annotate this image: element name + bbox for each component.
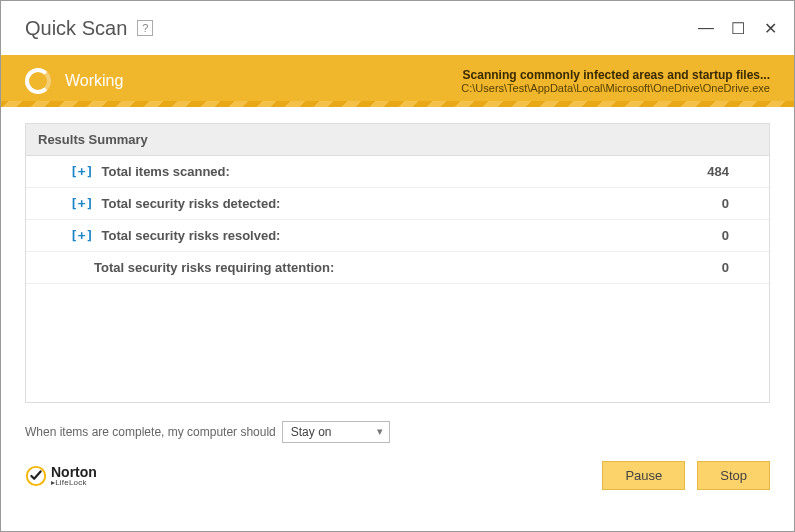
brand-text: Norton ▸LifeLock xyxy=(51,465,97,487)
content-area: Results Summary [+] Total items scanned:… xyxy=(1,107,794,411)
window-title: Quick Scan xyxy=(25,17,127,40)
summary-label: Total items scanned: xyxy=(101,164,229,179)
stop-button[interactable]: Stop xyxy=(697,461,770,490)
summary-row-risks-resolved: [+] Total security risks resolved: 0 xyxy=(26,220,769,252)
spinner-icon xyxy=(25,68,51,94)
close-button[interactable]: ✕ xyxy=(760,19,780,38)
summary-row-items-scanned: [+] Total items scanned: 484 xyxy=(26,156,769,188)
brand-logo: Norton ▸LifeLock xyxy=(25,465,97,487)
summary-label: Total security risks detected: xyxy=(101,196,280,211)
summary-row-risks-detected: [+] Total security risks detected: 0 xyxy=(26,188,769,220)
norton-check-icon xyxy=(25,465,47,487)
summary-value: 484 xyxy=(707,164,729,179)
footer: Norton ▸LifeLock Pause Stop xyxy=(1,453,794,504)
brand-name: Norton xyxy=(51,465,97,479)
pause-button[interactable]: Pause xyxy=(602,461,685,490)
completion-setting: When items are complete, my computer sho… xyxy=(1,411,794,453)
summary-value: 0 xyxy=(722,260,729,275)
brand-subtitle: ▸LifeLock xyxy=(51,479,97,487)
summary-value: 0 xyxy=(722,228,729,243)
expand-toggle[interactable]: [+] xyxy=(70,228,93,243)
status-label: Working xyxy=(65,72,123,90)
summary-value: 0 xyxy=(722,196,729,211)
completion-dropdown[interactable]: Stay on xyxy=(282,421,390,443)
maximize-button[interactable]: ☐ xyxy=(728,19,748,38)
summary-label: Total security risks resolved: xyxy=(101,228,280,243)
completion-label: When items are complete, my computer sho… xyxy=(25,425,276,439)
status-headline: Scanning commonly infected areas and sta… xyxy=(461,68,770,82)
window-controls: — ☐ ✕ xyxy=(696,19,780,38)
status-detail: Scanning commonly infected areas and sta… xyxy=(461,68,770,94)
results-summary: Results Summary [+] Total items scanned:… xyxy=(25,123,770,403)
minimize-button[interactable]: — xyxy=(696,19,716,37)
titlebar: Quick Scan ? — ☐ ✕ xyxy=(1,1,794,55)
window-title-wrap: Quick Scan ? xyxy=(25,17,153,40)
footer-buttons: Pause Stop xyxy=(602,461,770,490)
summary-label: Total security risks requiring attention… xyxy=(94,260,334,275)
status-current-path: C:\Users\Test\AppData\Local\Microsoft\On… xyxy=(461,82,770,94)
expand-toggle[interactable]: [+] xyxy=(70,164,93,179)
results-summary-header: Results Summary xyxy=(26,124,769,156)
help-icon[interactable]: ? xyxy=(137,20,153,36)
summary-row-risks-attention: Total security risks requiring attention… xyxy=(26,252,769,284)
expand-toggle[interactable]: [+] xyxy=(70,196,93,211)
status-bar: Working Scanning commonly infected areas… xyxy=(1,55,794,107)
